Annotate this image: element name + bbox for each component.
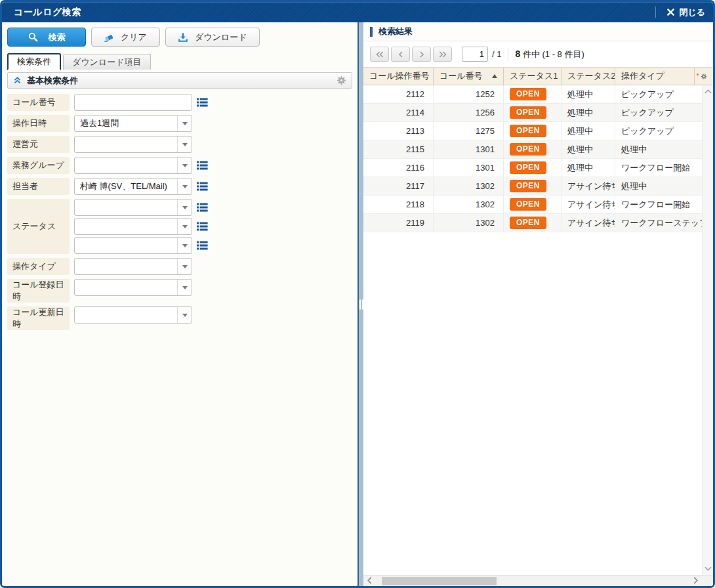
call-updated-select[interactable] bbox=[74, 306, 192, 324]
cell-call-op-no: 2115 bbox=[363, 140, 434, 158]
first-page-button[interactable] bbox=[370, 47, 389, 62]
status-list-icon-3[interactable] bbox=[197, 241, 208, 250]
assignee-select[interactable]: 村崎 博(SV、TEL/Mail) bbox=[74, 178, 192, 195]
download-button[interactable]: ダウンロード bbox=[165, 28, 260, 47]
last-page-button[interactable] bbox=[433, 47, 452, 62]
table-row[interactable]: 2112 1252 OPEN 処理中 ピックアップ bbox=[363, 85, 702, 104]
column-settings-gear-icon[interactable] bbox=[695, 68, 713, 85]
splitter-grip-icon bbox=[359, 299, 363, 309]
chevron-down-icon bbox=[177, 238, 192, 253]
table-row[interactable]: 2115 1301 OPEN 処理中 処理中 bbox=[363, 140, 702, 159]
field-row-call-number: コール番号 bbox=[7, 94, 352, 111]
assignee-value: 村崎 博(SV、TEL/Mail) bbox=[75, 180, 177, 192]
panel-splitter[interactable] bbox=[358, 22, 363, 586]
page-number-input[interactable] bbox=[462, 47, 488, 62]
chevron-down-icon bbox=[177, 280, 192, 295]
cell-call-no: 1301 bbox=[434, 140, 504, 158]
status-select-1[interactable] bbox=[74, 199, 192, 216]
cell-call-op-no: 2112 bbox=[363, 85, 434, 103]
cell-status1: OPEN bbox=[504, 85, 562, 103]
status-badge: OPEN bbox=[510, 198, 546, 211]
cell-call-no: 1302 bbox=[434, 177, 504, 195]
table-row[interactable]: 2113 1275 OPEN 処理中 ピックアップ bbox=[363, 122, 702, 140]
field-label: コール更新日時 bbox=[7, 306, 70, 330]
operation-type-select[interactable] bbox=[74, 258, 192, 275]
tab-search-conditions[interactable]: 検索条件 bbox=[7, 53, 61, 70]
column-header-status2[interactable]: ステータス2 bbox=[562, 68, 615, 85]
chevron-down-icon bbox=[177, 136, 192, 152]
eraser-icon bbox=[104, 32, 114, 43]
business-group-list-icon[interactable] bbox=[197, 161, 208, 170]
vertical-scrollbar[interactable] bbox=[702, 85, 713, 575]
cell-call-op-no: 2117 bbox=[363, 177, 434, 195]
result-count: 8 件中 (1 - 8 件目) bbox=[515, 49, 584, 60]
status-list-icon-1[interactable] bbox=[197, 203, 208, 212]
cell-op-type: ピックアップ bbox=[615, 85, 702, 103]
column-label: 操作タイプ bbox=[621, 70, 664, 82]
scroll-right-icon[interactable] bbox=[693, 577, 698, 584]
cell-status2: 処理中 bbox=[562, 85, 615, 103]
table-row[interactable]: 2114 1256 OPEN 処理中 ピックアップ bbox=[363, 104, 702, 122]
sort-ascending-icon bbox=[492, 74, 497, 78]
field-row-operator: 運営元 bbox=[7, 136, 352, 153]
field-label: コール登録日時 bbox=[7, 279, 70, 303]
tab-download-items[interactable]: ダウンロード項目 bbox=[63, 54, 151, 70]
cell-status1: OPEN bbox=[504, 196, 562, 213]
close-label: 閉じる bbox=[679, 7, 705, 18]
scroll-up-icon[interactable] bbox=[705, 89, 712, 94]
cell-op-type: ワークフローステップ実行 bbox=[615, 214, 702, 232]
pagination-bar: / 1 8 件中 (1 - 8 件目) bbox=[363, 41, 713, 67]
cell-op-type: ワークフロー開始 bbox=[615, 196, 702, 213]
status-badge: OPEN bbox=[510, 180, 546, 192]
business-group-select[interactable] bbox=[74, 157, 192, 174]
scroll-down-icon[interactable] bbox=[705, 566, 712, 571]
field-row-business-group: 業務グループ bbox=[7, 157, 352, 174]
field-row-operation-type: 操作タイプ bbox=[7, 258, 352, 275]
status-select-2[interactable] bbox=[74, 218, 192, 235]
section-marker bbox=[370, 27, 373, 37]
scroll-left-icon[interactable] bbox=[367, 577, 372, 584]
assignee-list-icon[interactable] bbox=[197, 182, 208, 191]
call-number-list-icon[interactable] bbox=[197, 98, 208, 107]
status-list-icon-2[interactable] bbox=[197, 222, 208, 231]
cell-call-op-no: 2113 bbox=[363, 122, 434, 140]
clear-button-label: クリア bbox=[121, 32, 147, 43]
operation-datetime-select[interactable]: 過去1週間 bbox=[74, 115, 192, 132]
table-row[interactable]: 2116 1301 OPEN 処理中 ワークフロー開始 bbox=[363, 159, 702, 177]
cell-status2: 処理中 bbox=[562, 104, 615, 121]
status-badge: OPEN bbox=[510, 88, 546, 100]
titlebar-divider bbox=[655, 7, 656, 18]
status-badge: OPEN bbox=[510, 161, 546, 174]
cell-status2: 処理中 bbox=[562, 159, 615, 177]
operator-select[interactable] bbox=[74, 136, 192, 153]
pagination-divider bbox=[508, 48, 508, 61]
cell-status1: OPEN bbox=[504, 159, 562, 177]
column-header-call-op-no[interactable]: コール操作番号 bbox=[363, 68, 434, 85]
section-title: 基本検索条件 bbox=[27, 75, 78, 87]
cell-status2: 処理中 bbox=[562, 140, 615, 158]
column-header-status1[interactable]: ステータス1 bbox=[504, 68, 562, 85]
prev-page-button[interactable] bbox=[391, 47, 410, 62]
horizontal-scrollbar[interactable] bbox=[363, 575, 702, 586]
horizontal-scrollbar-thumb[interactable] bbox=[382, 577, 497, 585]
table-row[interactable]: 2119 1302 OPEN アサイン待ち ワークフローステップ実行 bbox=[363, 214, 702, 232]
call-number-input[interactable] bbox=[74, 94, 192, 111]
page-total: / 1 bbox=[492, 49, 501, 59]
column-header-op-type[interactable]: 操作タイプ bbox=[615, 68, 695, 85]
field-row-assignee: 担当者 村崎 博(SV、TEL/Mail) bbox=[7, 178, 352, 195]
next-page-button[interactable] bbox=[412, 47, 431, 62]
search-button[interactable]: 検索 bbox=[7, 28, 86, 47]
table-row[interactable]: 2118 1302 OPEN アサイン待ち ワークフロー開始 bbox=[363, 196, 702, 214]
close-button[interactable]: 閉じる bbox=[655, 7, 705, 18]
status-select-3[interactable] bbox=[74, 237, 192, 254]
field-label: ステータス bbox=[7, 199, 70, 254]
tab-search-conditions-label: 検索条件 bbox=[17, 56, 51, 68]
basic-conditions-header[interactable]: 基本検索条件 bbox=[7, 72, 352, 89]
collapse-icon[interactable] bbox=[13, 76, 22, 85]
table-row[interactable]: 2117 1302 OPEN アサイン待ち 処理中 bbox=[363, 177, 702, 196]
call-log-search-dialog: コールログ検索 閉じる 検索 bbox=[0, 0, 715, 588]
clear-button[interactable]: クリア bbox=[91, 28, 160, 47]
section-gear-icon[interactable] bbox=[337, 75, 346, 85]
column-header-call-no[interactable]: コール番号 bbox=[434, 68, 504, 85]
call-registered-select[interactable] bbox=[74, 279, 192, 296]
